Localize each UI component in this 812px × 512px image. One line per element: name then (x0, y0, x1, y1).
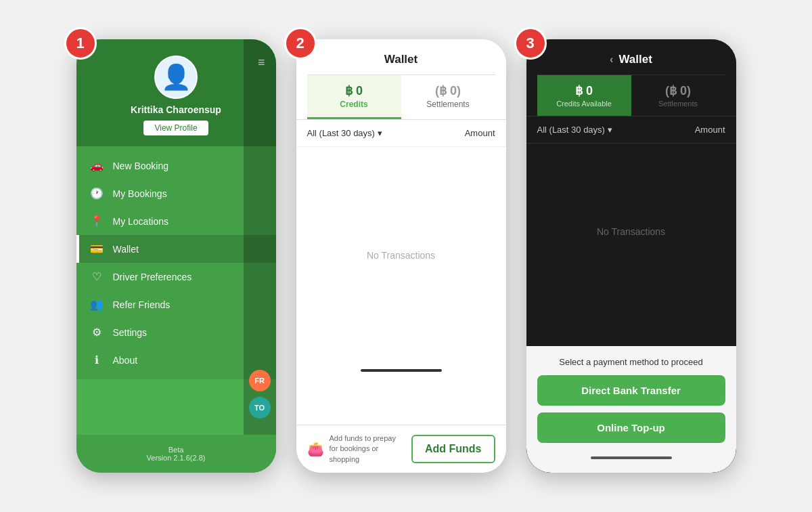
view-profile-button[interactable]: View Profile (143, 121, 208, 135)
payment-title: Select a payment method to proceed (537, 357, 725, 367)
beta-label: Beta (87, 446, 265, 454)
phone2-title: Wallet (307, 53, 495, 74)
menu-label-settings: Settings (113, 327, 148, 338)
filter-dropdown[interactable]: All (Last 30 days) ▾ (307, 128, 382, 138)
chevron-down-icon: ▾ (378, 128, 382, 138)
home-indicator-3 (537, 456, 725, 459)
car-icon: 🚗 (90, 159, 104, 172)
step-badge-3: 3 (514, 27, 547, 60)
menu-label-my-bookings: My Bookings (113, 188, 167, 199)
menu-label-refer-friends: Refer Friends (113, 299, 171, 310)
tab-credits[interactable]: ฿ 0 Credits (307, 75, 401, 119)
phone2-wrapper: 2 Wallet ฿ 0 Credits (฿ 0) Settlements A… (296, 39, 506, 473)
phone3-filter-row: All (Last 30 days) ▾ Amount (526, 116, 736, 144)
phone1-wrapper: 1 ≡ 👤 Krittika Charoensup View Profile 🚗… (76, 39, 276, 473)
phone2: Wallet ฿ 0 Credits (฿ 0) Settlements All… (296, 39, 506, 473)
user-avatar-icon: 👤 (161, 63, 191, 91)
clock-icon: 🕐 (90, 187, 104, 200)
user-name: Krittika Charoensup (131, 104, 221, 115)
add-funds-info: 👛 Add funds to prepay for bookings or sh… (307, 433, 403, 465)
phone1-footer: Beta Version 2.1.6(2.8) (76, 435, 276, 473)
phone3-settlements-label: Settlements (637, 100, 720, 108)
phone3-amount-header: Amount (695, 125, 725, 135)
phone1-right-panel: FR TO (244, 39, 276, 473)
phone3-tab-settlements[interactable]: (฿ 0) Settlements (631, 75, 725, 116)
wallet-tabs: ฿ 0 Credits (฿ 0) Settlements (307, 74, 495, 119)
avatar: 👤 (154, 56, 198, 99)
online-topup-button[interactable]: Online Top-up (537, 412, 725, 443)
add-funds-description: Add funds to prepay for bookings or shop… (330, 433, 403, 465)
menu-label-about: About (113, 355, 138, 366)
credits-amount: ฿ 0 (313, 83, 396, 98)
phone3-filter-text: All (Last 30 days) (537, 125, 605, 135)
info-icon: ℹ (90, 354, 104, 366)
phone3-no-transactions: No Transactions (526, 144, 736, 320)
phone3-title: ‹ Wallet (537, 53, 725, 74)
phone3-wrapper: 3 ‹ Wallet ฿ 0 Credits Available (฿ 0) S… (526, 39, 736, 473)
menu-label-driver-preferences: Driver Preferences (113, 272, 192, 282)
people-icon: 👥 (90, 298, 104, 311)
wallet-small-icon: 👛 (307, 441, 324, 457)
phone2-footer: 👛 Add funds to prepay for bookings or sh… (296, 425, 506, 473)
phone3-credits-amount: ฿ 0 (543, 83, 626, 98)
phone3: ‹ Wallet ฿ 0 Credits Available (฿ 0) Set… (526, 39, 736, 473)
phone2-header: Wallet ฿ 0 Credits (฿ 0) Settlements (296, 39, 506, 120)
phone1: ≡ 👤 Krittika Charoensup View Profile 🚗 N… (76, 39, 276, 473)
phone3-chevron-down-icon: ▾ (608, 125, 612, 135)
avatar-fr: FR (249, 370, 271, 391)
filter-row: All (Last 30 days) ▾ Amount (296, 120, 506, 147)
tab-settlements[interactable]: (฿ 0) Settlements (401, 75, 495, 119)
direct-bank-transfer-button[interactable]: Direct Bank Transfer (537, 375, 725, 406)
filter-text: All (Last 30 days) (307, 128, 375, 138)
phone3-filter-dropdown[interactable]: All (Last 30 days) ▾ (537, 125, 612, 135)
step-badge-1: 1 (64, 27, 97, 60)
amount-header: Amount (465, 128, 495, 138)
home-indicator-2 (296, 369, 506, 380)
phone3-title-text: Wallet (618, 53, 652, 66)
version-label: Version 2.1.6(2.8) (87, 454, 265, 462)
back-arrow-icon[interactable]: ‹ (610, 54, 613, 66)
settlements-amount: (฿ 0) (407, 83, 490, 98)
menu-label-my-locations: My Locations (113, 216, 168, 227)
credits-label: Credits (313, 100, 396, 109)
phone3-header: ‹ Wallet ฿ 0 Credits Available (฿ 0) Set… (526, 39, 736, 116)
location-icon: 📍 (90, 215, 104, 228)
menu-label-new-booking: New Booking (113, 161, 169, 171)
phone3-tab-credits[interactable]: ฿ 0 Credits Available (537, 75, 631, 116)
add-funds-button[interactable]: Add Funds (411, 435, 495, 463)
settlements-label: Settlements (407, 100, 490, 109)
phone3-credits-label: Credits Available (543, 100, 626, 108)
phone3-wallet-tabs: ฿ 0 Credits Available (฿ 0) Settlements (537, 74, 725, 116)
step-badge-2: 2 (284, 27, 317, 60)
phone3-settlements-amount: (฿ 0) (637, 83, 720, 98)
wallet-icon: 💳 (90, 242, 104, 255)
payment-section: Select a payment method to proceed Direc… (526, 346, 736, 473)
avatar-to: TO (249, 397, 271, 419)
no-transactions-message: No Transactions (296, 147, 506, 364)
settings-icon: ⚙ (90, 326, 104, 339)
heart-icon: ♡ (90, 270, 104, 283)
menu-label-wallet: Wallet (113, 244, 139, 255)
